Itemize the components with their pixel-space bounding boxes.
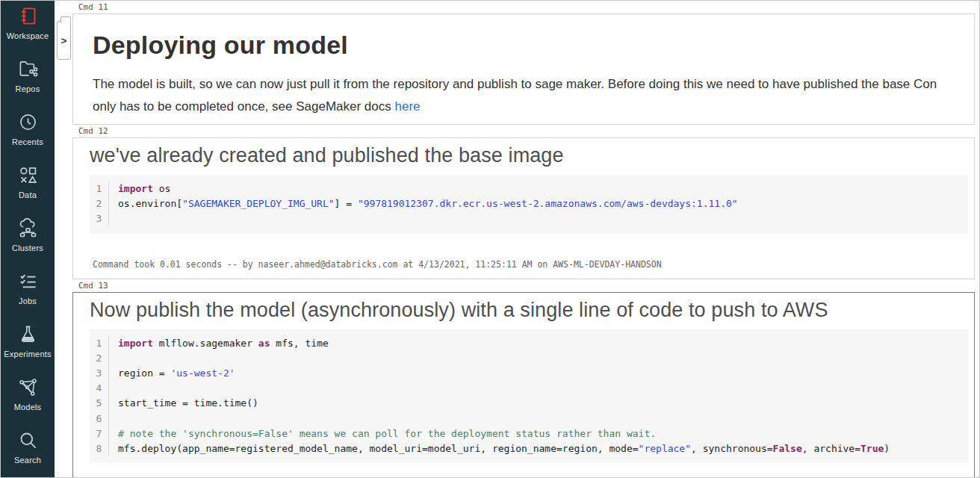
notebook-content: > Cmd 11 Deploying our model The model i…	[55, 1, 979, 477]
sidebar-item-workspace[interactable]: Workspace	[1, 6, 55, 40]
code-line[interactable]: 7# note the 'synchronous=False' means we…	[90, 426, 968, 441]
code-line[interactable]: 8mfs.deploy(app_name=registered_model_na…	[90, 441, 968, 456]
graph-network-icon	[18, 377, 38, 400]
paragraph-line: The model is built, so we can now just p…	[93, 73, 955, 96]
cell-cmd-label: Cmd 11	[78, 2, 975, 13]
code-text	[108, 351, 968, 366]
sidebar-item-label: Repos	[16, 84, 40, 93]
sidebar: Workspace Repos	[1, 1, 55, 478]
notebook-icon	[18, 6, 38, 29]
command-status-footer: Command took 0.01 seconds -- by naseer.a…	[93, 259, 974, 270]
code-text: import os	[108, 181, 968, 196]
sidebar-item-search[interactable]: Search	[1, 430, 55, 465]
sidebar-item-models[interactable]: Models	[1, 377, 55, 412]
sidebar-item-label: Clusters	[12, 243, 43, 252]
code-text: mfs.deploy(app_name=registered_model_nam…	[108, 441, 968, 456]
code-line[interactable]: 5start_time = time.time()	[90, 396, 968, 411]
code-editor[interactable]: 1import os2os.environ["SAGEMAKER_DEPLOY_…	[90, 175, 968, 234]
notebook-cell-cmd12[interactable]: we've already created and published the …	[72, 137, 975, 279]
line-number: 5	[90, 396, 108, 411]
code-line[interactable]: 2	[90, 351, 968, 366]
line-number: 7	[90, 426, 108, 441]
sidebar-item-label: Experiments	[4, 350, 51, 358]
markdown-heading: Deploying our model	[93, 31, 955, 60]
code-text: start_time = time.time()	[108, 396, 968, 411]
sidebar-item-label: Search	[14, 456, 41, 465]
notebook-cell-cmd11[interactable]: Deploying our model The model is built, …	[72, 13, 975, 125]
flask-icon	[18, 324, 38, 347]
shapes-icon	[18, 165, 38, 188]
line-number: 2	[90, 351, 108, 366]
cell-cmd-label: Cmd 12	[78, 126, 975, 137]
code-line[interactable]: 3	[90, 211, 968, 226]
code-text: # note the 'synchronous=False' means we …	[108, 426, 968, 441]
sagemaker-docs-link[interactable]: here	[394, 99, 420, 114]
databricks-notebook-window: Workspace Repos	[0, 0, 980, 478]
line-number: 2	[90, 196, 108, 211]
sidebar-item-recents[interactable]: Recents	[1, 112, 55, 146]
sidebar-item-label: Jobs	[19, 297, 37, 305]
cell-cmd-label: Cmd 13	[78, 281, 975, 291]
code-text	[108, 412, 968, 426]
line-number: 4	[90, 381, 108, 396]
sidebar-item-label: Workspace	[7, 31, 49, 40]
code-editor[interactable]: 1import mlflow.sagemaker as mfs, time2 3…	[90, 329, 968, 464]
sidebar-item-label: Data	[19, 190, 37, 199]
sidebar-item-label: Recents	[12, 137, 43, 146]
sidebar-item-data[interactable]: Data	[1, 165, 55, 199]
line-number: 3	[90, 211, 108, 226]
markdown-heading: Now publish the model (asynchronously) w…	[90, 299, 974, 322]
code-text	[108, 211, 968, 226]
code-line[interactable]: 1import os	[90, 181, 968, 196]
sidebar-item-repos[interactable]: Repos	[1, 59, 55, 93]
repo-branch-icon	[18, 59, 38, 82]
search-icon	[18, 430, 38, 453]
code-line[interactable]: 2os.environ["SAGEMAKER_DEPLOY_IMG_URL"] …	[90, 196, 968, 211]
code-text: os.environ["SAGEMAKER_DEPLOY_IMG_URL"] =…	[108, 196, 968, 211]
checklist-icon	[18, 271, 38, 294]
line-number: 6	[90, 412, 108, 426]
code-line[interactable]: 4	[90, 381, 968, 396]
chevron-right-icon: >	[61, 36, 67, 46]
sidebar-item-clusters[interactable]: Clusters	[1, 218, 55, 252]
line-number: 1	[90, 336, 108, 351]
line-number: 8	[90, 441, 108, 456]
paragraph-line: only has to be completed once, see SageM…	[93, 96, 955, 118]
cloud-cluster-icon	[18, 218, 38, 241]
expand-workspace-panel-toggle[interactable]: >	[57, 21, 71, 60]
code-text: region = 'us-west-2'	[108, 366, 968, 381]
markdown-paragraph: The model is built, so we can now just p…	[93, 73, 955, 118]
code-line[interactable]: 1import mlflow.sagemaker as mfs, time	[90, 336, 968, 351]
sidebar-item-experiments[interactable]: Experiments	[1, 324, 55, 358]
sidebar-item-jobs[interactable]: Jobs	[1, 271, 55, 305]
code-line[interactable]: 3region = 'us-west-2'	[90, 366, 968, 381]
code-line[interactable]: 6	[90, 412, 968, 426]
markdown-heading: we've already created and published the …	[90, 144, 974, 167]
clock-icon	[18, 112, 38, 135]
line-number: 3	[90, 366, 108, 381]
code-text	[108, 381, 968, 396]
notebook-cell-cmd13[interactable]: Now publish the model (asynchronously) w…	[72, 292, 975, 477]
sidebar-item-label: Models	[14, 403, 42, 412]
code-text: import mlflow.sagemaker as mfs, time	[108, 336, 968, 351]
line-number: 1	[90, 181, 108, 196]
